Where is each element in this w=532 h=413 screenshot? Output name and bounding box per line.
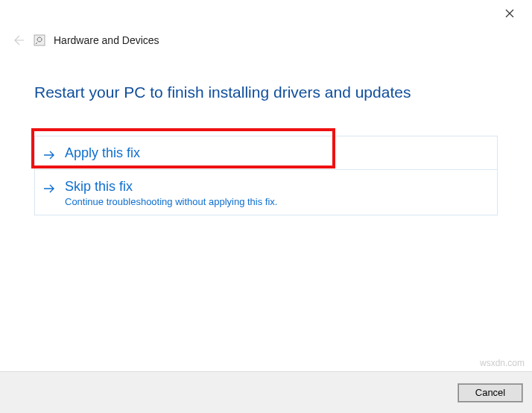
back-arrow-icon xyxy=(11,34,25,47)
arrow-right-icon xyxy=(42,148,56,162)
skip-fix-description: Continue troubleshooting without applyin… xyxy=(65,196,277,207)
close-icon xyxy=(505,9,514,18)
back-button xyxy=(10,33,25,48)
apply-fix-label: Apply this fix xyxy=(65,145,140,161)
header-title: Hardware and Devices xyxy=(54,34,159,46)
option-text: Skip this fix Continue troubleshooting w… xyxy=(65,179,277,207)
page-title: Restart your PC to finish installing dri… xyxy=(34,83,498,101)
titlebar xyxy=(0,0,532,27)
troubleshooter-icon xyxy=(33,34,46,47)
cancel-button[interactable]: Cancel xyxy=(457,383,523,403)
header: Hardware and Devices xyxy=(0,27,532,54)
content: Restart your PC to finish installing dri… xyxy=(0,54,532,215)
skip-fix-label: Skip this fix xyxy=(65,179,277,195)
options-list: Apply this fix Skip this fix Continue tr… xyxy=(34,136,498,215)
option-text: Apply this fix xyxy=(65,145,140,161)
watermark: wsxdn.com xyxy=(480,358,525,368)
arrow-right-icon xyxy=(42,182,56,195)
skip-fix-option[interactable]: Skip this fix Continue troubleshooting w… xyxy=(34,170,498,215)
apply-fix-option[interactable]: Apply this fix xyxy=(34,136,498,170)
close-button[interactable] xyxy=(495,3,525,24)
footer: Cancel xyxy=(0,371,532,413)
